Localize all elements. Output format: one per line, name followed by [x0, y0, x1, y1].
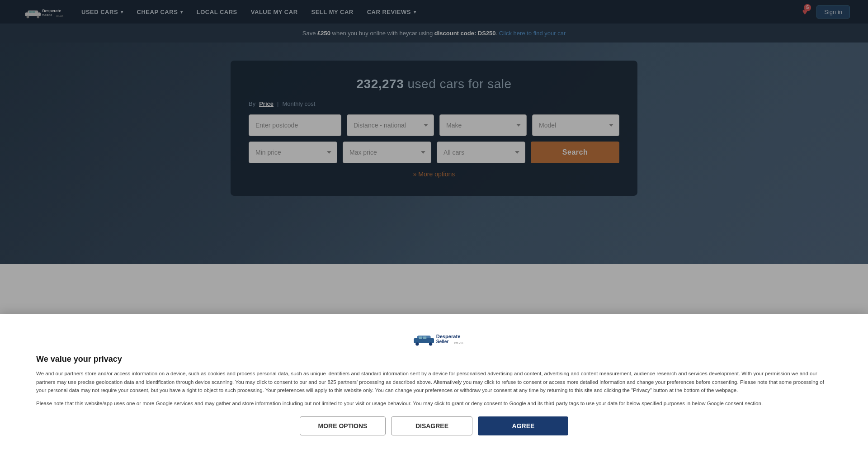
svg-text:est.2001: est.2001	[454, 341, 463, 345]
cookie-buttons: MORE OPTIONS DISAGREE AGREE	[36, 416, 832, 435]
hero-title: 232,273 used cars for sale	[249, 77, 619, 91]
svg-text:Desperate: Desperate	[436, 334, 461, 339]
discount-code: discount code: DS250	[434, 30, 496, 37]
svg-rect-14	[423, 337, 426, 340]
svg-rect-5	[32, 11, 35, 13]
search-card: 232,273 used cars for sale By Price | Mo…	[231, 61, 637, 196]
sort-separator: |	[277, 100, 278, 107]
svg-text:Seller: Seller	[436, 339, 449, 344]
svg-point-3	[37, 16, 39, 19]
favourites-count: 5	[804, 4, 811, 11]
discount-amount: £250	[317, 30, 330, 37]
chevron-down-icon: ▾	[121, 9, 123, 14]
body-type-select[interactable]: All cars Hatchback Saloon SUV Estate	[437, 142, 525, 163]
postcode-input[interactable]	[249, 114, 341, 136]
cookie-title: We value your privacy	[36, 354, 832, 364]
svg-text:Desperate: Desperate	[42, 9, 61, 13]
make-select[interactable]: Make BMW Ford Toyota	[439, 114, 527, 136]
nav-right: ♥ 5 Sign in	[802, 5, 850, 19]
logo[interactable]: Desperate Seller est.2001	[18, 4, 63, 20]
distance-select[interactable]: Distance - national Within 10 miles With…	[347, 114, 434, 136]
min-price-select[interactable]: Min price £1,000 £2,000 £5,000 £10,000	[249, 142, 337, 163]
cookie-logo: Desperate Seller est.2001	[36, 327, 832, 347]
cookie-banner: Desperate Seller est.2001 We value your …	[0, 314, 868, 449]
search-row-1: Distance - national Within 10 miles With…	[249, 114, 619, 136]
sort-options: By Price | Monthly cost	[249, 100, 619, 107]
nav-cheap-cars[interactable]: CHEAP CARS ▾	[137, 9, 183, 15]
hero-section: 232,273 used cars for sale By Price | Mo…	[0, 43, 868, 264]
more-options-link[interactable]: » More options	[249, 170, 619, 178]
favourites-button[interactable]: ♥ 5	[802, 7, 807, 17]
svg-text:Seller: Seller	[42, 13, 52, 17]
cookie-body-2: Please note that this website/app uses o…	[36, 399, 832, 407]
nav-car-reviews[interactable]: CAR REVIEWS ▾	[367, 9, 416, 15]
chevron-down-icon: ▾	[180, 9, 183, 14]
svg-point-12	[429, 343, 432, 346]
nav-sell-my-car[interactable]: SELL MY CAR	[311, 9, 354, 15]
model-select[interactable]: Model	[532, 114, 619, 136]
navbar: Desperate Seller est.2001 USED CARS ▾ CH…	[0, 0, 868, 24]
search-row-2: Min price £1,000 £2,000 £5,000 £10,000 M…	[249, 142, 619, 163]
discount-link[interactable]: Click here to find your car	[499, 30, 566, 37]
svg-text:est.2001: est.2001	[56, 14, 63, 17]
svg-point-2	[27, 16, 29, 19]
nav-used-cars[interactable]: USED CARS ▾	[81, 9, 123, 15]
cookie-body-1: We and our partners store and/or access …	[36, 369, 832, 394]
svg-point-11	[415, 343, 419, 346]
sort-by-label: By	[249, 100, 255, 107]
search-button[interactable]: Search	[531, 142, 619, 163]
signin-button[interactable]: Sign in	[816, 5, 850, 19]
cookie-disagree-button[interactable]: DISAGREE	[391, 416, 472, 435]
sort-by-monthly[interactable]: Monthly cost	[282, 100, 315, 107]
nav-local-cars[interactable]: LOCAL CARS	[197, 9, 237, 15]
svg-rect-13	[419, 337, 422, 340]
nav-links: USED CARS ▾ CHEAP CARS ▾ LOCAL CARS VALU…	[81, 9, 802, 15]
cookie-agree-button[interactable]: AGREE	[478, 416, 568, 435]
max-price-select[interactable]: Max price £5,000 £10,000 £20,000 £50,000	[343, 142, 431, 163]
nav-value-my-car[interactable]: VALUE MY CAR	[251, 9, 298, 15]
svg-rect-4	[29, 11, 32, 13]
discount-banner: Save £250 when you buy online with heyca…	[0, 24, 868, 43]
cookie-more-options-button[interactable]: MORE OPTIONS	[300, 416, 386, 435]
sort-by-price[interactable]: Price	[259, 100, 274, 107]
chevron-down-icon: ▾	[414, 9, 416, 14]
